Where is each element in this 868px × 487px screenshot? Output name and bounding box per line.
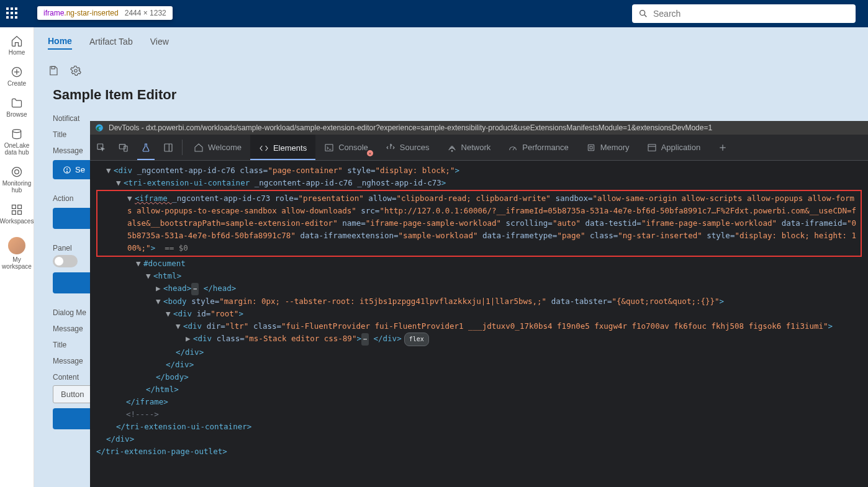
svg-rect-9	[18, 205, 22, 209]
tab-add[interactable]	[709, 135, 736, 160]
svg-rect-23	[325, 144, 333, 151]
flex-badge[interactable]: flex	[404, 333, 429, 346]
svg-point-16	[66, 171, 67, 172]
edge-icon	[95, 123, 104, 132]
svg-rect-21	[165, 144, 172, 151]
gear-icon[interactable]	[70, 65, 81, 76]
tabs: Home Artifact Tab View	[34, 27, 868, 58]
tab-sources[interactable]: Sources	[377, 135, 438, 160]
tab-home[interactable]: Home	[48, 36, 72, 50]
panel-toggle[interactable]	[53, 255, 78, 267]
tab-console[interactable]: Console×	[315, 135, 377, 160]
svg-rect-8	[12, 205, 16, 209]
devtools-tabs: Welcome Elements Console× Sources Networ…	[90, 135, 868, 161]
tab-application[interactable]: Application	[638, 135, 710, 160]
sidebar-item-monitoring[interactable]: Monitoring hub	[1, 164, 32, 195]
elements-tree[interactable]: ▼<div _ngcontent-app-id-c76 class="page-…	[90, 161, 868, 487]
svg-rect-12	[52, 66, 55, 69]
flask-tool-icon[interactable]	[135, 135, 157, 160]
svg-line-25	[513, 148, 515, 150]
tab-memory[interactable]: Memory	[577, 135, 638, 160]
tab-network[interactable]: Network	[438, 135, 500, 160]
devtools-url: DevTools - dxt.powerbi.com/workloads/sam…	[109, 123, 712, 132]
dock-tool-icon[interactable]	[157, 135, 179, 160]
sidebar-item-onelake[interactable]: OneLake data hub	[1, 127, 32, 157]
svg-rect-28	[648, 144, 656, 151]
svg-rect-10	[12, 211, 16, 215]
inspect-tooltip: iframe.ng-star-inserted 2444 × 1232	[37, 6, 173, 20]
sidebar-item-create[interactable]: Create	[1, 65, 32, 88]
highlighted-iframe-node[interactable]: ▼<iframe _ngcontent-app-id-c73 role="pre…	[96, 190, 862, 257]
sidebar-item-home[interactable]: Home	[1, 34, 32, 57]
devtools-header: DevTools - dxt.powerbi.com/workloads/sam…	[90, 121, 868, 135]
tab-performance[interactable]: Performance	[499, 135, 577, 160]
app-launcher-icon[interactable]	[6, 7, 19, 20]
device-tool-icon[interactable]	[112, 135, 135, 160]
editor-heading: Sample Item Editor	[53, 87, 849, 103]
tab-artifact[interactable]: Artifact Tab	[89, 37, 133, 49]
search-box[interactable]	[632, 4, 856, 23]
svg-point-0	[640, 11, 645, 16]
send-button[interactable]: Se	[53, 160, 95, 179]
sidebar-item-my-workspace[interactable]: My workspace	[1, 233, 32, 271]
svg-point-7	[15, 170, 19, 174]
search-input[interactable]	[653, 9, 849, 19]
svg-point-13	[75, 69, 78, 73]
svg-line-1	[644, 15, 646, 17]
tab-welcome[interactable]: Welcome	[185, 135, 250, 160]
search-icon	[638, 9, 648, 19]
tab-view[interactable]: View	[150, 37, 169, 49]
error-badge-icon: ×	[367, 150, 373, 156]
svg-point-24	[451, 150, 453, 151]
svg-rect-11	[18, 211, 22, 215]
devtools-panel: DevTools - dxt.powerbi.com/workloads/sam…	[90, 121, 868, 487]
svg-point-6	[12, 168, 22, 177]
svg-point-5	[12, 130, 20, 133]
tab-elements[interactable]: Elements	[250, 135, 315, 160]
svg-rect-26	[588, 145, 594, 150]
svg-rect-27	[590, 146, 592, 149]
left-sidebar: Home Create Browse OneLake data hub Moni…	[0, 27, 34, 487]
avatar	[8, 237, 25, 254]
inspect-tool-icon[interactable]	[90, 135, 112, 160]
sidebar-item-browse[interactable]: Browse	[1, 96, 32, 119]
save-icon[interactable]	[48, 65, 59, 76]
sidebar-item-workspaces[interactable]: Workspaces	[1, 202, 32, 226]
toolbar	[34, 58, 868, 83]
